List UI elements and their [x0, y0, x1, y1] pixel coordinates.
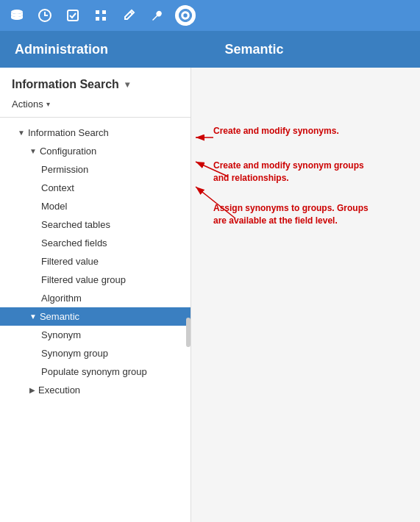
svg-point-0	[11, 10, 23, 14]
sidebar-item-label: Semantic	[40, 311, 79, 322]
callout-populate-synonym-group: Assign synonyms to groups. Groupsare ava…	[213, 202, 369, 227]
svg-rect-3	[96, 10, 99, 14]
sidebar-item-filtered-value[interactable]: Filtered value	[0, 252, 191, 271]
sidebar-item-label: Filtered value group	[41, 274, 126, 285]
header-semantic-title: Semantic	[225, 42, 406, 57]
header: Administration Semantic	[0, 31, 420, 68]
sidebar-item-permission[interactable]: Permission	[0, 160, 191, 179]
sidebar-item-label: Information Search	[28, 127, 109, 138]
svg-rect-2	[68, 10, 78, 21]
svg-rect-5	[96, 17, 99, 21]
sidebar-header: Information Search ▾	[0, 68, 191, 96]
sidebar-title: Information Search	[12, 78, 119, 91]
content-area: Create and modify synonyms. Create and m…	[191, 68, 420, 522]
sidebar: Information Search ▾ Actions ▾ ▼ Informa…	[0, 68, 191, 522]
expand-arrow: ▼	[18, 129, 25, 137]
main-layout: Information Search ▾ Actions ▾ ▼ Informa…	[0, 68, 420, 522]
sidebar-item-semantic[interactable]: ▼ Semantic	[0, 307, 191, 326]
sidebar-title-arrow[interactable]: ▾	[125, 79, 129, 90]
sidebar-item-synonym[interactable]: Synonym	[0, 326, 191, 344]
sidebar-item-synonym-group[interactable]: Synonym group	[0, 344, 191, 362]
svg-line-7	[130, 12, 132, 14]
settings-active-icon[interactable]	[175, 5, 196, 26]
sidebar-item-filtered-value-group[interactable]: Filtered value group	[0, 271, 191, 289]
sidebar-item-label: Filtered value	[41, 256, 99, 267]
sidebar-item-label: Searched tables	[41, 219, 110, 230]
callout-synonym-group: Create and modify synonym groupsand rela…	[213, 160, 364, 185]
expand-arrow: ▼	[29, 312, 37, 321]
actions-label: Actions	[12, 99, 43, 110]
sidebar-item-execution[interactable]: ▶ Execution	[0, 381, 191, 399]
svg-rect-6	[102, 17, 106, 21]
actions-row[interactable]: Actions ▾	[0, 96, 191, 117]
sidebar-item-algorithm[interactable]: Algorithm	[0, 289, 191, 307]
sidebar-item-label: Searched fields	[41, 237, 107, 249]
database-icon[interactable]	[7, 6, 26, 25]
svg-rect-4	[102, 10, 106, 14]
expand-arrow: ▶	[29, 386, 35, 394]
sidebar-item-searched-tables[interactable]: Searched tables	[0, 215, 191, 234]
sidebar-item-info-search[interactable]: ▼ Information Search	[0, 124, 191, 142]
sidebar-item-label: Model	[41, 201, 67, 212]
sidebar-item-label: Populate synonym group	[41, 366, 147, 377]
header-administration-title: Administration	[15, 42, 196, 57]
sidebar-item-label: Permission	[41, 164, 88, 175]
sidebar-item-configuration[interactable]: ▼ Configuration	[0, 142, 191, 160]
sidebar-item-context[interactable]: Context	[0, 179, 191, 197]
wrench-icon[interactable]	[147, 6, 166, 25]
expand-arrow: ▼	[29, 147, 37, 155]
sidebar-item-label: Execution	[38, 385, 80, 396]
scrollbar-thumb[interactable]	[186, 318, 191, 347]
actions-dropdown-arrow: ▾	[46, 100, 50, 108]
clock-icon[interactable]	[35, 6, 54, 25]
sidebar-item-populate-synonym-group[interactable]: Populate synonym group	[0, 362, 191, 381]
sidebar-item-label: Synonym	[41, 329, 81, 340]
sidebar-item-label: Configuration	[40, 146, 96, 157]
checkbox-icon[interactable]	[63, 6, 82, 25]
callout-synonym: Create and modify synonyms.	[213, 125, 339, 137]
layers-icon[interactable]	[91, 6, 110, 25]
sidebar-item-label: Synonym group	[41, 348, 108, 359]
sidebar-item-label: Context	[41, 182, 74, 193]
edit-icon[interactable]	[119, 6, 138, 25]
toolbar	[0, 0, 420, 31]
sidebar-item-label: Algorithm	[41, 293, 82, 304]
sidebar-tree: ▼ Information Search ▼ Configuration Per…	[0, 118, 191, 405]
sidebar-item-model[interactable]: Model	[0, 197, 191, 215]
sidebar-item-searched-fields[interactable]: Searched fields	[0, 234, 191, 252]
